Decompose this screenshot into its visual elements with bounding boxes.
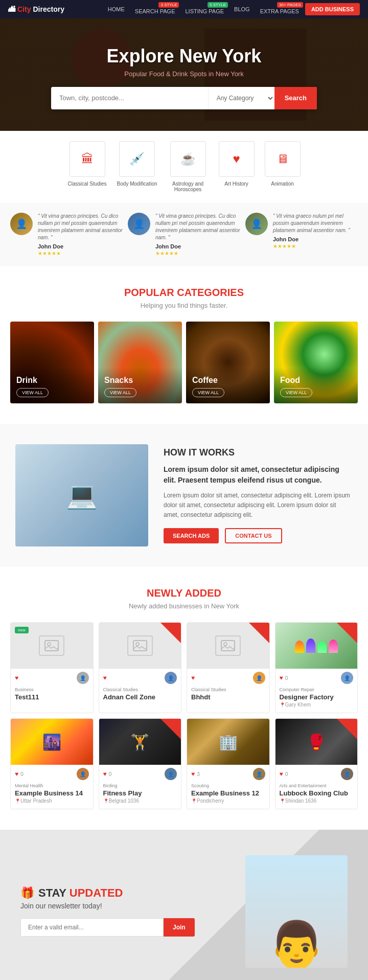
newsletter-icon: 🎁 [20,886,34,900]
heart-icon-2[interactable]: ♥ [103,674,107,681]
new-badge: new [15,627,29,633]
cat-icon-body[interactable]: 💉 Body Modification [117,141,157,192]
biz-location-5: Uttar Pradesh [15,798,89,804]
cat-card-drink[interactable]: Drink VIEW ALL [10,322,94,403]
drink-overlay: Drink VIEW ALL [10,368,94,403]
biz-card-boxing[interactable]: 🥊 ♥ 0 👤 Arts and Entertainment Lubbock B… [275,718,358,809]
svg-rect-4 [221,641,235,651]
snacks-name: Snacks [104,376,176,385]
biz-card-bhhdt[interactable]: ♥ 👤 Classical Studies Bhhdt [187,622,270,713]
biz-meta-fitness: ♥ 0 👤 [99,765,181,781]
biz-meta-adnan: ♥ 👤 [99,669,181,685]
name-1: John Doe [38,243,123,249]
biz-img-fitness: 🏋 [99,719,181,765]
biz-avatar-8: 👤 [341,768,353,780]
biz-name-3: Bhhdt [191,693,265,701]
how-it-works-section: 💻 HOW IT WORKS Lorem ipsum dolor sit ame… [0,424,368,567]
biz-img-test111: new [11,623,93,669]
biz-img-adnan [99,623,181,669]
biz-body-biz12: Scouting Example Business 12 Pondicherry [187,781,269,809]
biz-card-test111[interactable]: new ♥ 👤 Business Test111 [10,622,94,713]
cat-icon-classical[interactable]: 🏛 Classical Studies [67,141,106,192]
biz-avatar: 👤 [77,672,89,684]
drink-name: Drink [16,376,88,385]
biz-card-biz14[interactable]: 🌆 ♥ 0 👤 Mental Health Example Business 1… [10,718,94,809]
avatar-3: 👤 [245,213,268,235]
coffee-overlay: Coffee VIEW ALL [186,368,270,403]
search-input[interactable] [51,87,208,109]
biz-card-adnan[interactable]: ♥ 👤 Classical Studies Adnan Cell Zone [99,622,182,713]
popular-categories-section: POPULAR CATEGORIES Helping you find thin… [0,266,368,424]
nav-search[interactable]: SEARCH PAGE 3 STYLE [131,0,179,18]
testimonial-1: 👤 " Vit vima graeco principes. Cu dico n… [10,213,123,256]
body-icon: 💉 [119,141,155,177]
biz-avatar-3: 👤 [253,672,265,684]
placeholder-icon-2 [127,635,153,656]
newsletter-subtitle: Join our newsletter today! [20,902,235,910]
biz-card-designer[interactable]: ♥ 0 👤 Computer Repair Designer Factory G… [275,622,358,713]
newsletter-section: 🎁 STAY UPDATED Join our newsletter today… [0,830,368,980]
category-select[interactable]: Any Category Food Drink Snacks [208,87,274,109]
biz-category-3: Classical Studies [191,687,265,692]
biz-category-2: Classical Studies [103,687,177,692]
biz-img-bhhdt [187,623,269,669]
cat-card-coffee[interactable]: Coffee VIEW ALL [186,322,270,403]
coffee-viewall[interactable]: VIEW ALL [192,388,224,397]
biz-card-biz12[interactable]: 🏢 ♥ 3 👤 Scouting Example Business 12 Pon… [187,718,270,809]
biz-name: Test111 [15,693,89,701]
cat-icon-art[interactable]: ♥ Art History [219,141,255,192]
nav-listing[interactable]: LISTING PAGE 5 STYLE [181,0,228,18]
heart-icon-6[interactable]: ♥ [103,770,107,778]
site-logo[interactable]: 🏙 City Directory [8,5,64,13]
contact-us-button[interactable]: CONTACT US [225,528,282,543]
how-desc: Lorem ipsum dolor sit amet, consectetur … [164,491,353,520]
drink-viewall[interactable]: VIEW ALL [16,388,49,397]
nav-extra[interactable]: EXTRA PAGES 30+ PAGES [256,0,303,18]
nav-home[interactable]: HOME [104,0,129,18]
biz-avatar-7: 👤 [253,768,265,780]
biz-name-4: Designer Factory [280,693,354,701]
newsletter-email-input[interactable] [20,918,164,937]
newly-added-title: NEWLY ADDED [10,587,358,599]
biz-category-4: Computer Repair [280,687,354,692]
biz-body-biz14: Mental Health Example Business 14 Uttar … [11,781,93,809]
nav-blog[interactable]: BLOG [230,0,254,18]
business-grid-row1: new ♥ 👤 Business Test111 ♥ 👤 [10,622,358,713]
heart-icon-4[interactable]: ♥ [280,674,283,681]
biz-category: Business [15,687,89,692]
biz-img-designer [275,623,358,669]
heart-icon-8[interactable]: ♥ [280,770,283,778]
food-viewall[interactable]: VIEW ALL [280,388,312,397]
newsletter-title: 🎁 STAY UPDATED [20,886,235,900]
heart-icon-3[interactable]: ♥ [191,674,195,681]
biz-body-fitness: Birding Fitness Play Belgrad 1036 [99,781,181,809]
add-business-button[interactable]: ADD BUSINESS [305,3,360,15]
heart-icon[interactable]: ♥ [15,674,18,681]
search-button[interactable]: Search [274,87,317,109]
body-label: Body Modification [117,181,157,187]
newsletter-join-button[interactable]: Join [164,918,195,937]
cat-icon-animation[interactable]: 🖥 Animation [265,141,301,192]
quote-1: " Vit vima graeco principes. Cu dico nul… [38,213,123,241]
how-content: HOW IT WORKS Lorem ipsum dolor sit amet,… [164,447,353,544]
category-grid: Drink VIEW ALL Snacks VIEW ALL Coffee VI… [10,322,358,403]
heart-icon-7[interactable]: ♥ [191,770,195,778]
snacks-viewall[interactable]: VIEW ALL [104,388,136,397]
biz-avatar-6: 👤 [165,768,177,780]
heart-icon-5[interactable]: ♥ [15,770,18,778]
listing-badge: 5 STYLE [208,2,228,8]
biz-avatar-2: 👤 [165,672,177,684]
search-ads-button[interactable]: SEARCH ADS [164,528,219,543]
biz-card-fitness[interactable]: 🏋 ♥ 0 👤 Birding Fitness Play Belgrad 103… [99,718,182,809]
art-icon: ♥ [219,141,255,177]
cat-card-food[interactable]: Food VIEW ALL [274,322,358,403]
biz-meta-bhhdt: ♥ 👤 [187,669,269,685]
cat-card-snacks[interactable]: Snacks VIEW ALL [98,322,182,403]
biz-category-8: Arts and Entertainment [280,783,354,788]
astrology-icon: ☕ [170,141,206,177]
cat-icon-astrology[interactable]: ☕ Astrology and Horoscopes [168,141,209,192]
newly-black: NEWLY [147,587,182,599]
coffee-name: Coffee [192,376,264,385]
newly-added-section: NEWLY ADDED Newly added businesses in Ne… [0,567,368,830]
food-name: Food [280,376,352,385]
